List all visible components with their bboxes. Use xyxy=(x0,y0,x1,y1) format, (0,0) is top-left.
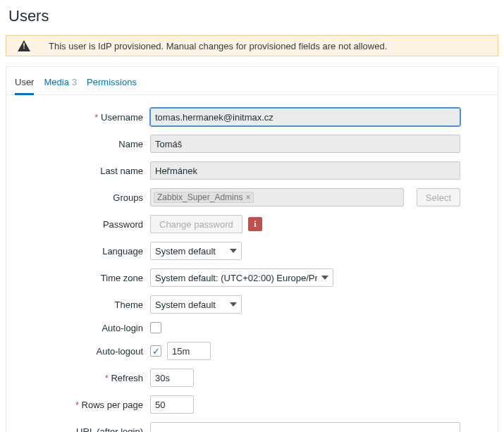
label-theme: Theme xyxy=(16,300,150,310)
label-timezone: Time zone xyxy=(16,273,150,283)
group-tag-label: Zabbix_Super_Admins xyxy=(157,192,242,202)
page-title: Users xyxy=(0,0,504,35)
tab-user[interactable]: User xyxy=(15,74,34,95)
label-name: Name xyxy=(16,139,150,149)
warning-banner: This user is IdP provisioned. Manual cha… xyxy=(6,35,498,56)
refresh-field[interactable] xyxy=(150,369,194,387)
timezone-select[interactable]: System default: (UTC+02:00) Europe/Pragu… xyxy=(150,269,333,287)
label-autologin: Auto-login xyxy=(16,323,150,333)
label-rows: Rows per page xyxy=(16,400,150,410)
name-field[interactable] xyxy=(150,135,460,153)
label-autologout: Auto-logout xyxy=(16,346,150,357)
lastname-field[interactable] xyxy=(150,161,460,180)
change-password-button: Change password xyxy=(150,215,242,233)
label-username: Username xyxy=(16,112,150,123)
user-form: Username Name Last name Groups xyxy=(6,95,498,432)
user-panel: User Media3 Permissions Username Name La… xyxy=(6,66,498,432)
autologout-checkbox[interactable] xyxy=(150,345,161,357)
autologout-field[interactable] xyxy=(167,342,211,360)
tab-media-label: Media xyxy=(44,77,68,87)
url-field[interactable] xyxy=(150,422,460,432)
tab-permissions[interactable]: Permissions xyxy=(87,74,137,94)
autologin-checkbox[interactable] xyxy=(150,322,161,333)
username-field[interactable] xyxy=(150,108,460,126)
groups-field[interactable]: Zabbix_Super_Admins × xyxy=(150,188,404,206)
close-icon[interactable]: × xyxy=(245,192,250,202)
tab-media[interactable]: Media3 xyxy=(44,74,77,94)
label-password: Password xyxy=(16,219,150,230)
label-url: URL (after login) xyxy=(16,426,150,433)
select-groups-button: Select xyxy=(417,188,460,206)
group-tag: Zabbix_Super_Admins × xyxy=(154,192,254,203)
info-icon[interactable]: i xyxy=(248,217,262,231)
label-groups: Groups xyxy=(16,192,150,203)
tabs: User Media3 Permissions xyxy=(6,67,498,95)
label-language: Language xyxy=(16,246,150,257)
tab-media-count: 3 xyxy=(72,77,77,87)
theme-select[interactable]: System default xyxy=(150,295,242,314)
rows-field[interactable] xyxy=(150,395,194,414)
warning-text: This user is IdP provisioned. Manual cha… xyxy=(36,41,387,51)
warning-icon xyxy=(18,40,30,51)
label-lastname: Last name xyxy=(16,166,150,176)
label-refresh: Refresh xyxy=(16,373,150,383)
language-select[interactable]: System default xyxy=(150,242,242,260)
